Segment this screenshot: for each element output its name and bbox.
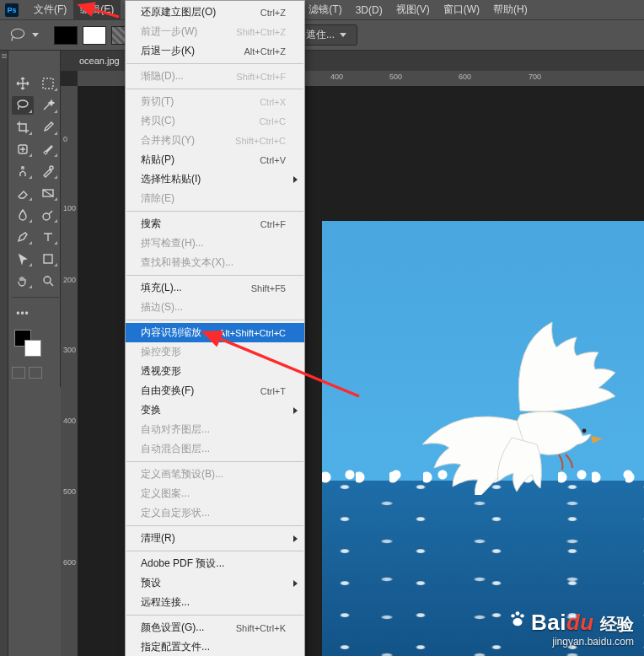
- tool-type[interactable]: [37, 228, 59, 246]
- menuitem-label: 定义自定形状...: [141, 506, 286, 520]
- menuitem-合并拷贝Y: 合并拷贝(Y)Shift+Ctrl+C: [126, 131, 304, 150]
- menuitem-预设[interactable]: 预设: [126, 573, 304, 593]
- menuitem-label: 拷贝(C): [141, 114, 251, 128]
- menuitem-透视变形[interactable]: 透视变形: [126, 362, 304, 381]
- background-color[interactable]: [24, 340, 41, 357]
- tool-move[interactable]: [12, 74, 34, 93]
- menuitem-shortcut: Alt+Shift+Ctrl+C: [219, 328, 286, 338]
- menuitem-远程连接[interactable]: 远程连接...: [126, 593, 304, 612]
- menuitem-label: 操控变形: [141, 345, 286, 359]
- menuitem-Adobe-PDF-预设[interactable]: Adobe PDF 预设...: [126, 554, 304, 573]
- tool-history-brush[interactable]: [37, 162, 59, 180]
- tool-marquee[interactable]: [37, 74, 59, 93]
- menuitem-shortcut: Shift+F5: [251, 283, 286, 293]
- svg-point-6: [43, 213, 50, 220]
- menuitem-label: 透视变形: [141, 364, 286, 379]
- menuitem-还原建立图层O[interactable]: 还原建立图层(O)Ctrl+Z: [126, 3, 304, 22]
- image-bird: [419, 318, 630, 495]
- menuitem-前进一步W: 前进一步(W)Shift+Ctrl+Z: [126, 22, 304, 41]
- svg-point-4: [50, 166, 53, 169]
- menuitem-shortcut: Ctrl+F: [260, 219, 286, 229]
- menuitem-搜索[interactable]: 搜索Ctrl+F: [126, 214, 304, 234]
- menu-file[interactable]: 文件(F): [27, 0, 73, 20]
- menuitem-粘贴P[interactable]: 粘贴(P)Ctrl+V: [126, 150, 304, 169]
- menuitem-指定配置文件[interactable]: 指定配置文件...: [126, 637, 304, 656]
- tool-brush[interactable]: [37, 140, 59, 159]
- menuitem-label: 定义图案...: [141, 487, 286, 501]
- menuitem-变换[interactable]: 变换: [126, 401, 304, 420]
- svg-rect-1: [43, 78, 53, 89]
- tool-eraser[interactable]: [12, 184, 34, 202]
- menuitem-清理R[interactable]: 清理(R): [126, 529, 304, 548]
- menuitem-渐隐D: 渐隐(D)...Shift+Ctrl+F: [126, 67, 304, 86]
- menu-3d[interactable]: 3D(D): [349, 1, 389, 19]
- menuitem-填充L[interactable]: 填充(L)...Shift+F5: [126, 278, 304, 298]
- menuitem-操控变形: 操控变形: [126, 342, 304, 362]
- menuitem-定义画笔预设B: 定义画笔预设(B)...: [126, 465, 304, 484]
- mode-swatch-2[interactable]: [83, 26, 106, 45]
- menuitem-后退一步K[interactable]: 后退一步(K)Alt+Ctrl+Z: [126, 41, 304, 61]
- menuitem-label: 预设: [141, 576, 286, 590]
- menuitem-shortcut: Shift+Ctrl+K: [236, 623, 286, 633]
- menuitem-label: 变换: [141, 403, 286, 417]
- document-tab-label: ocean.jpg: [79, 56, 120, 66]
- tool-eyedropper[interactable]: [37, 118, 59, 137]
- menuitem-内容识别缩放[interactable]: 内容识别缩放Alt+Shift+Ctrl+C: [126, 323, 304, 342]
- paw-icon: [508, 610, 527, 631]
- tool-path-select[interactable]: [12, 250, 34, 268]
- menuitem-label: Adobe PDF 预设...: [141, 557, 286, 571]
- menuitem-自由变换F[interactable]: 自由变换(F)Ctrl+T: [126, 381, 304, 401]
- menu-edit[interactable]: 编辑(E): [73, 0, 121, 20]
- tool-lasso[interactable]: [12, 96, 34, 115]
- tool-hand[interactable]: [12, 272, 34, 290]
- menuitem-label: 查找和替换文本(X)...: [141, 255, 286, 270]
- tool-pen[interactable]: [12, 228, 34, 246]
- menu-window[interactable]: 窗口(W): [437, 0, 486, 20]
- menuitem-label: 自动对齐图层...: [141, 422, 286, 437]
- tool-clone[interactable]: [12, 162, 34, 180]
- menuitem-label: 还原建立图层(O): [141, 5, 252, 19]
- tool-shape[interactable]: [37, 250, 59, 268]
- menu-help[interactable]: 帮助(H): [486, 0, 534, 20]
- menuitem-label: 清理(R): [141, 531, 286, 546]
- menuitem-label: 填充(L)...: [141, 281, 243, 295]
- tool-gradient[interactable]: [37, 184, 59, 202]
- menuitem-shortcut: Ctrl+X: [260, 97, 286, 107]
- mode-swatch-1[interactable]: [54, 26, 78, 45]
- menuitem-label: 自由变换(F): [141, 384, 252, 398]
- menuitem-shortcut: Alt+Ctrl+Z: [244, 46, 286, 56]
- menu-bar: Ps 文件(F) 编辑(E) 滤镜(T) 3D(D) 视图(V) 窗口(W) 帮…: [0, 0, 644, 20]
- menuitem-label: 搜索: [141, 217, 252, 231]
- tool-magic-wand[interactable]: [37, 96, 59, 115]
- color-swatches[interactable]: [12, 330, 59, 360]
- menuitem-label: 颜色设置(G)...: [141, 621, 228, 635]
- menuitem-label: 选择性粘贴(I): [141, 172, 286, 186]
- menuitem-label: 指定配置文件...: [141, 640, 286, 654]
- menuitem-shortcut: Shift+Ctrl+F: [236, 72, 286, 82]
- options-bar: 选择并遮住...: [0, 20, 644, 51]
- menuitem-label: 描边(S)...: [141, 300, 286, 315]
- app-logo: Ps: [5, 3, 19, 17]
- menuitem-拷贝C: 拷贝(C)Ctrl+C: [126, 111, 304, 131]
- quickmask-icon[interactable]: [12, 367, 25, 379]
- edit-menu-dropdown[interactable]: 还原建立图层(O)Ctrl+Z前进一步(W)Shift+Ctrl+Z后退一步(K…: [125, 0, 305, 656]
- svg-rect-7: [44, 255, 52, 263]
- tool-spot-heal[interactable]: [12, 140, 34, 159]
- edit-toolbar-icon[interactable]: •••: [12, 304, 34, 323]
- tool-zoom[interactable]: [37, 272, 59, 290]
- chevron-down-icon: [340, 33, 346, 37]
- tool-dodge[interactable]: [37, 206, 59, 224]
- menu-view[interactable]: 视图(V): [389, 0, 437, 20]
- lasso-icon: [8, 26, 27, 45]
- screen-mode-icons: [12, 363, 59, 379]
- screenmode-icon[interactable]: [29, 367, 42, 379]
- menuitem-拼写检查H: 拼写检查(H)...: [126, 234, 304, 253]
- menu-filter[interactable]: 滤镜(T): [302, 0, 348, 20]
- tool-crop[interactable]: [12, 118, 34, 137]
- tool-blur[interactable]: [12, 206, 34, 224]
- tool-preset-dropdown-icon[interactable]: [32, 33, 39, 37]
- menuitem-颜色设置G[interactable]: 颜色设置(G)...Shift+Ctrl+K: [126, 618, 304, 637]
- menuitem-label: 合并拷贝(Y): [141, 133, 227, 148]
- menuitem-选择性粘贴I[interactable]: 选择性粘贴(I): [126, 169, 304, 189]
- menuitem-label: 定义画笔预设(B)...: [141, 467, 286, 481]
